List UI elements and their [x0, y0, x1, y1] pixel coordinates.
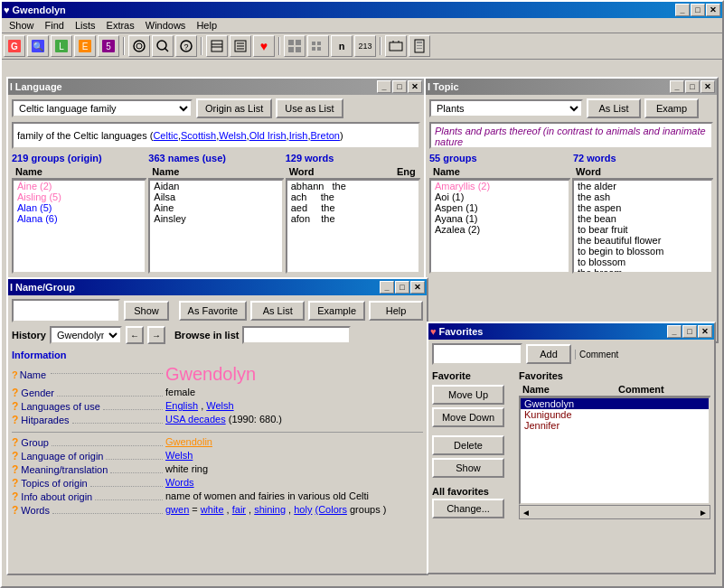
topic-word-7[interactable]: to begin to blossom [574, 246, 711, 257]
topic-word-1[interactable]: the alder [574, 181, 711, 191]
word-fair-link[interactable]: fair [232, 504, 246, 515]
topic-group-4[interactable]: Ayana (1) [431, 213, 569, 224]
word-white-link[interactable]: white [201, 504, 224, 515]
lang-english-link[interactable]: English [165, 400, 198, 411]
origin-as-list-button[interactable]: Origin as List [196, 98, 272, 118]
language-maximize[interactable]: □ [392, 80, 407, 93]
name-item-1[interactable]: Aidan [150, 181, 281, 191]
tool-btn-12[interactable] [307, 35, 329, 57]
topic-as-list-button[interactable]: As List [587, 98, 641, 118]
language-dropdown[interactable]: Celtic language family [12, 99, 193, 117]
tool-btn-4[interactable]: E [74, 35, 96, 57]
topics-link[interactable]: Words [165, 477, 194, 488]
tool-btn-9[interactable] [206, 35, 228, 57]
namegroup-close[interactable]: ✕ [410, 281, 425, 294]
namegroup-minimize[interactable]: _ [380, 281, 394, 294]
as-list-button[interactable]: As List [250, 301, 305, 321]
word-item-4[interactable]: afon the [287, 213, 418, 224]
topic-minimize[interactable]: _ [670, 80, 684, 93]
tool-btn-7[interactable] [152, 35, 174, 57]
favorites-maximize[interactable]: □ [682, 325, 697, 338]
topic-word-5[interactable]: to bear fruit [574, 224, 711, 235]
names-listbox[interactable]: Aidan Ailsa Aine Ainsley [148, 179, 283, 274]
fav-item-3[interactable]: Jennifer [521, 420, 709, 431]
name-item-2[interactable]: Ailsa [150, 191, 281, 202]
topic-groups-listbox[interactable]: Amaryllis (2) Aoi (1) Aspen (1) Ayana (1… [429, 179, 570, 274]
group-item-3[interactable]: Alan (5) [14, 202, 145, 213]
desc-link-oldirish[interactable]: Old Irish [249, 130, 287, 141]
desc-link-irish[interactable]: Irish [289, 130, 308, 141]
favorites-hscroll[interactable]: ◄ ► [519, 505, 710, 519]
word-item-2[interactable]: ach the [287, 191, 418, 202]
language-close[interactable]: ✕ [408, 80, 422, 93]
hitparades-link[interactable]: USA decades [165, 414, 226, 425]
browse-input[interactable] [242, 326, 351, 344]
menu-lists[interactable]: Lists [70, 19, 101, 32]
name-item-4[interactable]: Ainsley [150, 213, 281, 224]
namegroup-maximize[interactable]: □ [395, 281, 409, 294]
topic-dropdown[interactable]: Plants [429, 99, 583, 117]
history-back[interactable]: ← [126, 326, 144, 344]
groups-listbox[interactable]: Áine (2) Aisling (5) Alan (5) Alana (6) [12, 179, 146, 274]
topic-example-button[interactable]: Examp [644, 98, 699, 118]
use-as-list-button[interactable]: Use as List [276, 98, 343, 118]
tool-btn-1[interactable]: G [4, 35, 25, 57]
tool-btn-10[interactable] [230, 35, 251, 57]
as-favorite-button[interactable]: As Favorite [179, 301, 248, 321]
topic-word-8[interactable]: to blossom [574, 257, 711, 267]
menu-extras[interactable]: Extras [101, 19, 140, 32]
word-item-3[interactable]: aed the [287, 202, 418, 213]
tool-btn-6[interactable] [128, 35, 150, 57]
maximize-button[interactable]: □ [691, 4, 705, 16]
move-down-button[interactable]: Move Down [432, 407, 504, 427]
topic-group-1[interactable]: Amaryllis (2) [431, 181, 569, 191]
help-button[interactable]: Help [369, 301, 423, 321]
tool-btn-14[interactable] [385, 35, 407, 57]
lang-origin-link[interactable]: Welsh [165, 450, 193, 461]
topic-group-3[interactable]: Aspen (1) [431, 202, 569, 213]
tool-btn-11[interactable] [284, 35, 306, 57]
topic-group-2[interactable]: Aoi (1) [431, 191, 569, 202]
scroll-left-arrow[interactable]: ◄ [522, 508, 531, 518]
example-button[interactable]: Example [308, 301, 365, 321]
language-minimize[interactable]: _ [377, 80, 391, 93]
topic-group-5[interactable]: Azalea (2) [431, 224, 569, 235]
topic-close[interactable]: ✕ [700, 80, 715, 93]
show-button[interactable]: Show [124, 301, 169, 321]
topic-word-6[interactable]: the beautiful flower [574, 235, 711, 246]
word-holy-link[interactable]: holy [294, 504, 312, 515]
name-input[interactable]: Gwendolyn [12, 299, 120, 322]
tool-btn-heart[interactable]: ♥ [253, 35, 275, 57]
minimize-button[interactable]: _ [675, 4, 690, 16]
fav-item-1[interactable]: Gwendolyn [521, 398, 709, 409]
tool-btn-5[interactable]: 5 [98, 35, 119, 57]
add-favorite-button[interactable]: Add [526, 344, 571, 364]
group-item-2[interactable]: Aisling (5) [14, 191, 145, 202]
group-item-1[interactable]: Áine (2) [14, 181, 145, 191]
name-item-3[interactable]: Aine [150, 202, 281, 213]
favorites-minimize[interactable]: _ [667, 325, 682, 338]
scroll-right-arrow[interactable]: ► [699, 508, 708, 518]
desc-link-welsh[interactable]: Welsh [219, 130, 246, 141]
show-favorite-button[interactable]: Show [432, 458, 504, 478]
topic-maximize[interactable]: □ [685, 80, 700, 93]
tool-btn-3[interactable]: L [51, 35, 72, 57]
desc-link-breton[interactable]: Breton [311, 130, 340, 141]
favorites-listbox[interactable]: Gwendolyn Kunigunde Jennifer [519, 397, 710, 505]
desc-link-celtic[interactable]: Celtic [153, 130, 178, 141]
history-dropdown[interactable]: Gwendolyn [50, 326, 122, 344]
word-shining-link[interactable]: shining [254, 504, 286, 515]
topic-word-4[interactable]: the bean [574, 213, 711, 224]
tool-btn-n[interactable]: n [331, 35, 353, 57]
fav-item-2[interactable]: Kunigunde [521, 409, 709, 420]
desc-link-scottish[interactable]: Scottish [181, 130, 216, 141]
close-button[interactable]: ✕ [706, 4, 720, 16]
topic-words-listbox[interactable]: the alder the ash the aspen the bean to … [572, 179, 713, 274]
menu-windows[interactable]: Windows [140, 19, 192, 32]
tool-btn-213[interactable]: 213 [354, 35, 376, 57]
group-link[interactable]: Gwendolin [165, 436, 212, 447]
history-forward[interactable]: → [147, 326, 165, 344]
colors-link[interactable]: (Colors [315, 504, 346, 515]
tool-btn-8[interactable]: ? [175, 35, 197, 57]
word-item-1[interactable]: abhann the [287, 181, 418, 191]
